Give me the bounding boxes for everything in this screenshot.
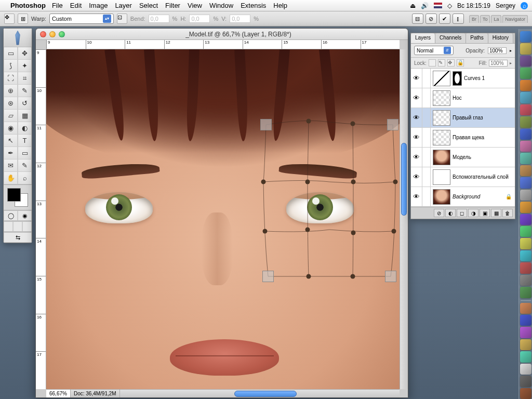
dock-app-icon[interactable] [520,56,531,66]
opacity-flyout-icon[interactable]: ▸ [510,48,512,53]
visibility-toggle-icon[interactable]: 👁 [411,69,422,88]
visibility-toggle-icon[interactable]: 👁 [411,148,422,167]
color-swatches[interactable] [4,184,32,210]
history-brush-tool[interactable]: ↺ [18,97,32,110]
dock-app-icon[interactable] [520,250,531,261]
opacity-field[interactable]: 100% [488,47,507,54]
clock[interactable]: Bc 18:15:19 [457,2,490,9]
tool-preset-icon[interactable]: ✥ [4,14,15,24]
path-select-tool[interactable]: ↖ [4,135,18,147]
tab-paths[interactable]: Paths [466,33,488,43]
crop-tool[interactable]: ⛶ [4,72,18,85]
menu-edit[interactable]: Edit [70,2,82,9]
flag-icon[interactable] [434,3,442,8]
layer-row[interactable]: 👁Вспомогательный слой [411,167,515,187]
adjustment-layer-icon[interactable]: ◑ [468,209,478,217]
pen-tool[interactable]: ✒ [4,147,18,159]
vertical-scrollbar[interactable] [400,49,408,389]
link-cell[interactable] [422,167,431,187]
link-cell[interactable] [422,69,431,88]
healing-tool[interactable]: ⊕ [4,85,18,97]
warp-style-dropdown[interactable]: Custom ▴▾ [49,14,114,24]
blur-tool[interactable]: ◉ [4,122,18,135]
screen-mode-full[interactable] [22,221,32,232]
dock-app-icon[interactable] [520,376,531,387]
menu-select[interactable]: Select [139,2,158,9]
layer-name[interactable]: Background [453,194,506,200]
vertical-ruler[interactable]: 9 10 11 12 13 14 15 16 17 [36,49,46,389]
user-name[interactable]: Sergey [496,2,515,9]
lock-image-icon[interactable]: ✎ [438,59,445,66]
lock-position-icon[interactable]: ✥ [447,59,455,66]
dock-app-icon[interactable] [520,226,531,237]
visibility-toggle-icon[interactable]: 👁 [411,128,422,147]
layer-name[interactable]: Модель [453,154,515,160]
jump-to-imageready-icon[interactable]: ⇆ [4,232,32,243]
warp-handle[interactable] [260,119,272,130]
delete-layer-icon[interactable]: 🗑 [502,209,513,217]
dock-app-icon[interactable] [520,165,531,176]
visibility-toggle-icon[interactable]: 👁 [411,108,422,127]
link-cell[interactable] [422,88,431,108]
tab-channels[interactable]: Channels [435,33,466,43]
warp-point[interactable] [393,180,398,184]
horizontal-ruler[interactable]: 9 10 11 12 13 14 15 16 17 [46,40,400,49]
move-tool[interactable]: ✥ [18,47,32,60]
warp-point[interactable] [263,229,268,234]
layer-row[interactable]: 👁Модель [411,148,515,167]
stamp-tool[interactable]: ⊛ [4,97,18,110]
h-field[interactable]: 0,0 [189,15,210,23]
warp-point[interactable] [307,274,311,279]
zoom-window-icon[interactable] [59,31,65,37]
warp-point[interactable] [351,122,355,126]
type-tool[interactable]: T [18,135,32,147]
dock-app-icon[interactable] [520,315,531,326]
warp-mode-icon[interactable]: ⊞ [18,14,28,24]
dock-app-icon[interactable] [520,92,531,103]
new-layer-icon[interactable]: ▦ [491,209,501,217]
gradient-tool[interactable]: ▦ [18,110,32,122]
slice-tool[interactable]: ⌗ [18,72,32,85]
dodge-tool[interactable]: ◐ [18,122,32,135]
lasso-tool[interactable]: ⟆ [4,60,18,72]
spotlight-icon[interactable]: ⌕ [521,2,528,9]
link-cell[interactable] [422,128,431,147]
warp-point[interactable] [305,180,310,184]
menu-layer[interactable]: Layer [115,2,132,9]
link-layers-icon[interactable]: ⊘ [434,209,444,217]
palette-tab-tool[interactable]: To [480,15,490,23]
layer-name[interactable]: Curves 1 [464,75,515,81]
warp-point[interactable] [392,229,396,234]
layer-row[interactable]: 👁Curves 1 [411,69,515,88]
warp-handle[interactable] [262,271,274,282]
dock-app-icon[interactable] [520,364,531,375]
zoom-tool[interactable]: ⌕ [18,172,32,184]
commit-transform-button[interactable]: ✔ [439,14,450,24]
dock-app-icon[interactable] [520,43,531,54]
menu-extensis[interactable]: Extensis [241,2,266,9]
link-cell[interactable] [422,187,431,206]
standard-mode-icon[interactable]: ◯ [4,210,18,221]
warp-point[interactable] [351,231,356,235]
hand-tool[interactable]: ✋ [4,172,18,184]
dock-app-icon[interactable] [520,80,531,91]
brush-tool[interactable]: ✎ [18,85,32,97]
dock-app-icon[interactable] [520,339,531,350]
bend-field[interactable]: 0,0 [149,15,169,23]
warp-point[interactable] [261,180,266,184]
tab-layers[interactable]: Layers [411,33,435,43]
menu-view[interactable]: View [188,2,202,9]
warp-point[interactable] [307,119,311,124]
scrollbar-thumb[interactable] [401,143,407,216]
layer-style-icon[interactable]: ◐ [445,209,456,217]
dock-app-icon[interactable] [520,388,531,399]
palette-tab-navigator[interactable]: Navigator [502,15,528,23]
eject-icon[interactable]: ⏏ [410,2,416,9]
dock-app-icon[interactable] [520,303,531,314]
dock-app-icon[interactable] [520,351,531,362]
tab-history[interactable]: History [488,33,513,43]
layer-name[interactable]: Вспомогательный слой [453,174,515,180]
toggle-palette-icon[interactable]: ⫿ [453,14,464,24]
document-titlebar[interactable]: _Model.tif @ 66,7% (Layer 1, RGB/8*) [36,29,408,40]
dock-app-icon[interactable] [520,68,531,78]
